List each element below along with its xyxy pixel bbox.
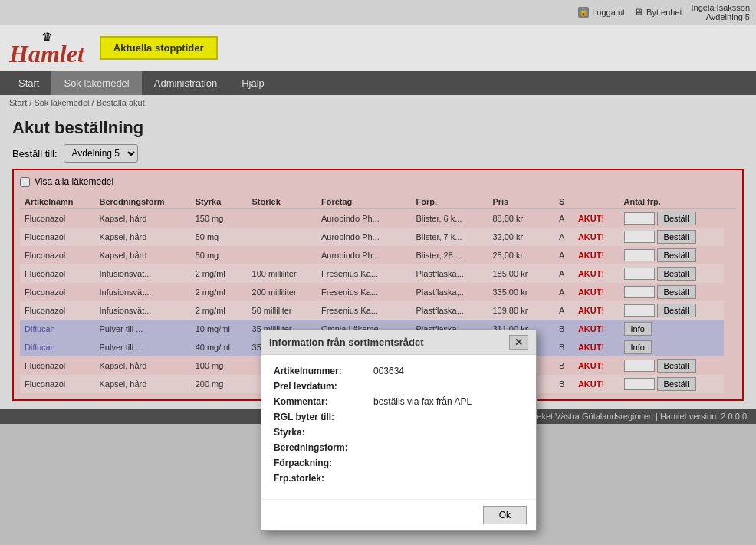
modal-field-row: Styrka: — [274, 427, 524, 438]
modal-field-label: RGL byter till: — [274, 412, 373, 422]
modal-field-label: Prel levdatum: — [274, 381, 373, 392]
modal-field-row: Frp.storlek: — [274, 473, 524, 484]
modal-field-row: Artikelnummer:003634 — [274, 366, 524, 376]
modal-field-value: beställs via fax från APL — [373, 396, 472, 407]
modal-field-label: Artikelnummer: — [274, 366, 373, 376]
modal-footer: Ok — [261, 499, 536, 530]
modal-field-row: Prel levdatum: — [274, 381, 524, 392]
modal-title: Information från sortimentsrådet — [269, 337, 424, 348]
modal-field-row: Beredningsform: — [274, 442, 524, 453]
info-modal: Information från sortimentsrådet ✕ Artik… — [261, 330, 537, 531]
modal-header: Information från sortimentsrådet ✕ — [261, 330, 536, 355]
modal-field-label: Frp.storlek: — [274, 473, 373, 484]
modal-field-row: Kommentar:beställs via fax från APL — [274, 396, 524, 407]
modal-field-label: Förpackning: — [274, 458, 373, 468]
modal-body: Artikelnummer:003634Prel levdatum:Kommen… — [261, 355, 536, 499]
modal-close-button[interactable]: ✕ — [509, 335, 528, 350]
modal-field-value: 003634 — [373, 366, 404, 376]
modal-field-label: Styrka: — [274, 427, 373, 438]
modal-field-row: Förpackning: — [274, 458, 524, 468]
modal-field-label: Kommentar: — [274, 396, 373, 407]
ok-button[interactable]: Ok — [483, 506, 527, 524]
modal-field-label: Beredningsform: — [274, 442, 373, 453]
modal-field-row: RGL byter till: — [274, 412, 524, 422]
